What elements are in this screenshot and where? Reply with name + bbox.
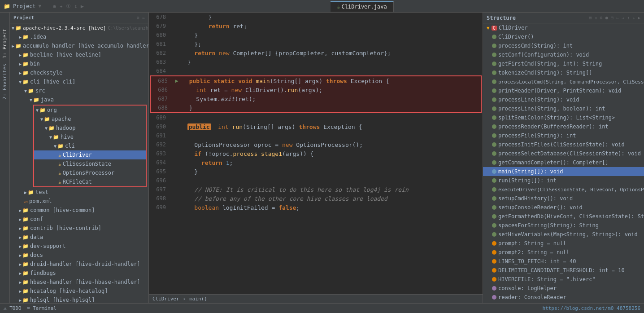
tree-checkstyle[interactable]: ▶ 📁 checkstyle (10, 68, 148, 77)
breadcrumb-separator: › (183, 296, 186, 302)
contrib-icon: 📁 (22, 225, 29, 231)
cli-folder-arrow: ▼ (54, 144, 57, 149)
tree-clisession[interactable]: ☕ CliSessionState (34, 159, 146, 168)
tree-hplsql[interactable]: ▶ 📁 hplsql [hive-hplsql] (10, 295, 148, 303)
line-code-685: public static void main(String[] args) t… (180, 78, 481, 84)
struct-item-run[interactable]: run(String[]): int (483, 176, 644, 185)
structure-content: ▼ C CliDriver CliDriver() processCmd(Str… (483, 23, 644, 303)
struct-item-delimited[interactable]: DELIMITED_CANDIDATE_THRESHOLD: int = 10 (483, 266, 644, 275)
cli-arrow: ▼ (19, 79, 22, 84)
root-path: C:\Users\seanzhou\Desktop (108, 26, 148, 31)
tree-hadoop[interactable]: ▼ 📁 hadoop (34, 123, 146, 132)
struct-item-setupCmdHistory[interactable]: setupCmdHistory(): void (483, 194, 644, 203)
favorites-tab-label[interactable]: 2: Favorites (2, 61, 8, 102)
editor-tab-active[interactable]: ☕ CliDriver.java (331, 1, 393, 12)
tree-hive[interactable]: ▼ 📁 hive (34, 132, 146, 141)
struct-item-spacesForString[interactable]: spacesForString(String): String (483, 221, 644, 230)
tree-idea[interactable]: ▶ 📁 .idea (10, 32, 148, 41)
tree-pom[interactable]: 𝑚 pom.xml (10, 197, 148, 206)
tree-druid[interactable]: ▶ 📁 druid-handler [hive-druid-handler] (10, 260, 148, 269)
line-num-681: 681 (149, 41, 171, 47)
struct-item-processLine1[interactable]: processLine(String): void (483, 95, 644, 104)
struct-item-main[interactable]: main(String[]): void (483, 167, 644, 176)
line-code-688: } (180, 105, 481, 111)
tree-findbugs[interactable]: ▶ 📁 findbugs (10, 269, 148, 278)
struct-item-executeDriver[interactable]: executeDriver(CliSessionState, HiveConf,… (483, 185, 644, 194)
tree-common[interactable]: ▶ 📁 common [hive-common] (10, 206, 148, 215)
struct-item-processLocalCmd[interactable]: processLocalCmd(String, CommandProcessor… (483, 77, 644, 86)
struct-item-root[interactable]: ▼ C CliDriver (483, 23, 644, 32)
line-code-695: } (178, 168, 483, 175)
struct-item-processSelectDb[interactable]: processSelectDatabase(CliSessionState): … (483, 149, 644, 158)
tree-hcatalog[interactable]: ▶ 📁 hcatalog [hive-hcatalog] (10, 287, 148, 295)
struct-dot-getCommandCompleter (492, 160, 496, 165)
struct-item-hivercfile[interactable]: HIVERCFILE: String = ".hiverc" (483, 275, 644, 284)
tree-clidriver[interactable]: ☕ CliDriver (34, 150, 146, 159)
struct-item-prompt2[interactable]: prompt2: String = null (483, 248, 644, 257)
tree-options[interactable]: ☕ OptionsProcessor (34, 168, 146, 177)
struct-item-processLine2[interactable]: processLine(String, boolean): int (483, 104, 644, 113)
struct-item-tokenizeCmd[interactable]: tokenizeCmd(String): String[] (483, 68, 644, 77)
struct-item-processFile[interactable]: processFile(String): int (483, 131, 644, 140)
struct-item-prompt[interactable]: prompt: String = null (483, 239, 644, 248)
common-icon: 📁 (22, 207, 29, 213)
tree-docs[interactable]: ▶ 📁 docs (10, 251, 148, 260)
tree-accumulo[interactable]: ▶ 📁 accumulo-handler [hive-accumulo-hand… (10, 41, 148, 50)
project-icon: 📁 (4, 3, 10, 9)
tree-rcfile[interactable]: ☕ RCFileCat (34, 177, 146, 186)
line-num-695: 695 (149, 168, 171, 175)
checkstyle-label: checkstyle (30, 70, 62, 76)
line-num-678: 678 (149, 14, 171, 20)
tree-hbase[interactable]: ▶ 📁 hbase-handler [hive-hbase-handler] (10, 278, 148, 287)
cli-icon: 📁 (22, 79, 29, 85)
tree-dev-support[interactable]: ▶ 📁 dev-support (10, 242, 148, 251)
top-bar-left: 📁 Project ▼ ⊞ ✦ ① ↕ ▶ (4, 3, 84, 9)
structure-title: Structure (487, 15, 516, 21)
struct-item-getFormattedDb[interactable]: getFormattedDb(HiveConf, CliSessionState… (483, 212, 644, 221)
java-folder-icon: 📁 (33, 97, 39, 103)
struct-item-setConf[interactable]: setConf(Configuration): void (483, 50, 644, 59)
struct-item-processReader[interactable]: processReader(BufferedReader): int (483, 122, 644, 131)
tree-cli[interactable]: ▼ 📁 cli [hive-cli] (10, 77, 148, 86)
struct-item-reader[interactable]: reader: ConsoleReader (483, 293, 644, 302)
status-terminal[interactable]: ⌨ Terminal (27, 305, 57, 311)
struct-item-console[interactable]: console: LogHelper (483, 284, 644, 293)
project-tab-label[interactable]: 1: Project (2, 26, 8, 61)
tree-data[interactable]: ▶ 📁 data (10, 233, 148, 242)
line-num-692: 692 (149, 141, 171, 148)
struct-item-setupConsoleReader[interactable]: setupConsoleReader(): void (483, 203, 644, 212)
structure-header-bar: Structure ⊞ ↕ ⚙ ● ⊟ ← → ↑ ↓ ▶ (483, 13, 644, 23)
struct-item-processCmd[interactable]: processCmd(String): int (483, 41, 644, 50)
struct-item-getFirstCmd[interactable]: getFirstCmd(String, int): String (483, 59, 644, 68)
code-line-691: 691 (149, 131, 483, 140)
docs-label: docs (30, 252, 43, 258)
struct-item-setHiveVars[interactable]: setHiveVariables(Map<String, String>): v… (483, 230, 644, 239)
editor-content-area[interactable]: 678 } 679 return ret; 680 } 681 (149, 13, 483, 294)
tree-conf[interactable]: ▶ 📁 conf (10, 215, 148, 224)
tree-contrib[interactable]: ▶ 📁 contrib [hive-contrib] (10, 224, 148, 233)
tree-cli-folder[interactable]: ▼ 📁 cli (34, 141, 146, 150)
accumulo-label: accumulo-handler [hive-accumulo-handler] (23, 43, 148, 49)
struct-item-printHeader[interactable]: printHeader(Driver, PrintStream): void (483, 86, 644, 95)
tree-beeline[interactable]: ▶ 📁 beeline [hive-beeline] (10, 50, 148, 59)
tree-src[interactable]: ▼ 📁 src (10, 86, 148, 95)
breadcrumb-right: main() (189, 296, 207, 302)
struct-dot-getFormattedDb (492, 214, 496, 219)
tree-test[interactable]: ▶ 📁 test (10, 188, 148, 197)
struct-dot-processSelectDb (492, 151, 496, 156)
tree-org[interactable]: ▼ 📁 org (34, 106, 146, 115)
struct-item-getCommandCompleter[interactable]: getCommandCompleter(): Completer[] (483, 158, 644, 167)
struct-item-processInitFiles[interactable]: processInitFiles(CliSessionState): void (483, 140, 644, 149)
struct-item-lines-to-fetch[interactable]: LINES_TO_FETCH: int = 40 (483, 257, 644, 266)
tree-java[interactable]: ▼ 📁 java (10, 95, 148, 104)
struct-label-processCmd: processCmd(String): int (498, 43, 573, 49)
bin-arrow: ▶ (19, 62, 22, 66)
status-todo[interactable]: ⚠ TODO (4, 305, 22, 311)
tree-apache[interactable]: ▼ 📁 apache (34, 115, 146, 123)
tree-root[interactable]: ▼ 📁 apache-hive-2.3.4-src [hive] C:\User… (10, 23, 148, 32)
tree-bin[interactable]: ▶ 📁 bin (10, 59, 148, 68)
druid-label: druid-handler [hive-druid-handler] (30, 261, 140, 267)
struct-item-constructor[interactable]: CliDriver() (483, 32, 644, 41)
struct-item-splitSemiColon[interactable]: splitSemiColon(String): List<String> (483, 113, 644, 122)
pom-icon: 𝑚 (24, 198, 28, 204)
